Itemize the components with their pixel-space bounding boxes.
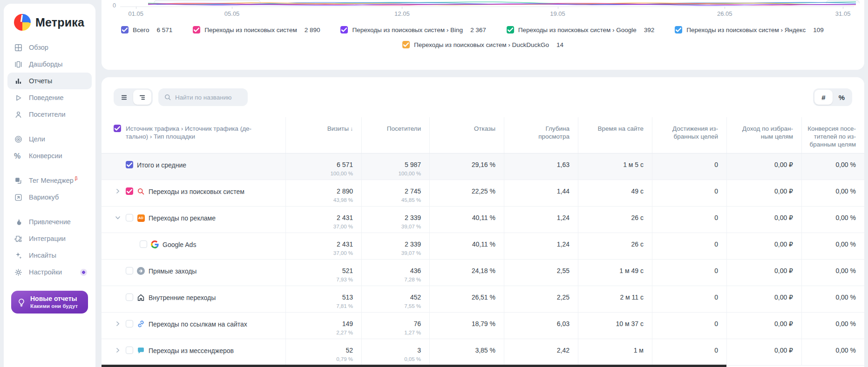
expand-chevron-icon[interactable] — [114, 347, 122, 354]
collapse-chevron-icon[interactable] — [114, 214, 122, 221]
legend-checkbox[interactable] — [340, 26, 348, 33]
legend-checkbox[interactable] — [675, 26, 682, 33]
promo-title: Новые отчеты — [30, 295, 78, 303]
expand-chevron-icon[interactable] — [114, 320, 122, 327]
numbers-percent-toggle: # % — [813, 88, 852, 106]
column-header[interactable]: Доход по избран-ным целям — [726, 117, 801, 153]
column-header[interactable]: Время на сайте — [578, 117, 652, 153]
x-axis-tick-label: 31.05 — [835, 10, 851, 17]
behavior-icon — [14, 93, 23, 102]
sidebar-item-conversions[interactable]: % Конверсии — [7, 147, 92, 164]
time-on-site-cell: 2 м 11 с — [578, 286, 652, 312]
table-row[interactable]: Переходы из мессенджеров 520,79 % 30,05 … — [102, 339, 864, 366]
numbers-mode-button[interactable]: # — [814, 90, 833, 105]
revenue-cell: 0,00 ₽ — [726, 153, 801, 180]
flat-list-view-button[interactable] — [115, 90, 133, 105]
row-checkbox[interactable] — [126, 320, 133, 327]
y-axis-zero-label: 0 — [113, 2, 116, 9]
direct-icon — [137, 267, 145, 275]
sidebar-item-insights[interactable]: Инсайты — [7, 247, 92, 264]
column-header[interactable]: Глубинапросмотра — [504, 117, 578, 153]
depth-cell: 1,63 — [504, 153, 578, 180]
tree-list-view-button[interactable] — [133, 90, 151, 105]
legend-checkbox[interactable] — [507, 26, 514, 33]
sidebar-item-variocube[interactable]: Вариокуб — [7, 189, 92, 206]
x-axis-tick — [843, 7, 843, 9]
legend-item[interactable]: Всего 6 571 — [121, 26, 172, 33]
sidebar-item-label: Цели — [29, 135, 45, 143]
sidebar-item-behavior[interactable]: Поведение — [7, 89, 92, 106]
sidebar-item-label: Конверсии — [29, 152, 62, 160]
sidebar-item-dashboards[interactable]: Дашборды — [7, 56, 92, 73]
legend-item[interactable]: Переходы из поисковых систем › DuckDuckG… — [402, 41, 563, 48]
sidebar-item-reports[interactable]: Отчеты — [7, 73, 92, 89]
sidebar-item-settings[interactable]: Настройки — [7, 264, 92, 280]
chart-legend-row-1: Всего 6 571 Переходы из поисковых систем… — [102, 26, 864, 33]
legend-item[interactable]: Переходы из поисковых систем › Google 39… — [507, 26, 655, 33]
row-checkbox[interactable] — [126, 267, 133, 274]
sidebar-item-label: Дашборды — [29, 60, 63, 68]
time-on-site-cell: 1 м 5 с — [578, 153, 652, 180]
legend-checkbox[interactable] — [193, 26, 200, 33]
sidebar-item-label: Привлечение — [29, 218, 71, 226]
column-header[interactable]: Достижения из-бранных целей — [652, 117, 726, 153]
legend-item[interactable]: Переходы из поисковых систем › Bing 2 36… — [340, 26, 486, 33]
search-input[interactable] — [175, 94, 242, 101]
table-row[interactable]: Переходы по ссылкам на сайтах 1492,27 % … — [102, 313, 864, 339]
sidebar-item-integrations[interactable]: Интеграции — [7, 230, 92, 247]
column-header[interactable]: Посетители — [361, 117, 429, 153]
metrika-logo[interactable]: Метрика — [7, 12, 92, 39]
table-row[interactable]: Прямые заходы 5217,93 % 4367,28 % 24,18 … — [102, 260, 864, 286]
legend-value: 109 — [813, 27, 824, 33]
x-axis-tick — [232, 7, 232, 9]
row-checkbox[interactable] — [126, 294, 133, 301]
beta-badge: β — [75, 176, 78, 181]
dimension-header: Источник трафика › Источник трафика (де-… — [126, 125, 251, 147]
legend-item[interactable]: Переходы из поисковых систем 2 890 — [193, 26, 320, 33]
legend-item[interactable]: Переходы из поисковых систем › Яндекс 10… — [675, 26, 823, 33]
sidebar-item-overview[interactable]: Обзор — [7, 39, 92, 56]
select-all-checkbox[interactable] — [114, 125, 121, 132]
x-axis-tick — [725, 7, 725, 9]
row-checkbox[interactable] — [140, 240, 147, 248]
sidebar-item-visitors[interactable]: Посетители — [7, 106, 92, 123]
bounce-cell: 40,11 % — [429, 233, 504, 259]
visitors-cell: 5 987100,00 % — [361, 153, 429, 180]
table-row[interactable]: Итого и средние 6 571100,00 % 5 987100,0… — [102, 153, 864, 180]
table-row[interactable]: AD Переходы по рекламе 2 43137,00 % 2 33… — [102, 207, 864, 233]
row-checkbox[interactable] — [126, 214, 133, 221]
sidebar-item-label: Настройки — [29, 268, 62, 276]
variocube-icon — [14, 193, 23, 202]
depth-cell: 2,42 — [504, 339, 578, 365]
table-row[interactable]: Внутренние переходы 5137,81 % 4527,55 % … — [102, 286, 864, 313]
visits-cell: 6 571100,00 % — [285, 153, 361, 180]
legend-checkbox[interactable] — [402, 41, 410, 48]
bounce-cell: 18,79 % — [429, 313, 504, 339]
expand-chevron-icon[interactable] — [114, 187, 122, 195]
sidebar: Метрика Обзор Дашборды Отчеты Поведение … — [4, 4, 95, 367]
conversion-cell: 0,00 % — [801, 180, 864, 206]
depth-cell: 2,25 — [504, 286, 578, 312]
column-header[interactable]: Отказы — [429, 117, 504, 153]
row-checkbox[interactable] — [126, 347, 133, 354]
ad-icon: AD — [137, 214, 145, 222]
column-header[interactable]: Конверсия посе-тителей по из-бранным цел… — [801, 117, 864, 153]
row-checkbox[interactable] — [126, 187, 133, 195]
x-axis-tick-label: 19.05 — [550, 10, 565, 17]
new-reports-button[interactable]: Новые отчеты Какими они будут — [11, 291, 88, 314]
table-row[interactable]: Google Ads 2 43137,00 % 2 33939,07 % 40,… — [102, 233, 864, 260]
sidebar-item-goals[interactable]: Цели — [7, 131, 92, 147]
row-checkbox[interactable] — [126, 161, 133, 168]
link-icon — [137, 320, 145, 328]
visits-cell: 2 43137,00 % — [285, 207, 361, 233]
sidebar-item-tag-manager[interactable]: Тег Менеджер β — [7, 172, 92, 189]
legend-checkbox[interactable] — [121, 26, 129, 33]
conversion-cell: 0,00 % — [801, 339, 864, 365]
sidebar-item-label: Отчеты — [29, 77, 52, 85]
sort-descending-icon: ↓ — [350, 126, 353, 132]
sidebar-item-attraction[interactable]: Привлечение — [7, 214, 92, 230]
percent-mode-button[interactable]: % — [833, 90, 851, 105]
column-header[interactable]: Визиты↓ — [285, 117, 361, 153]
row-label: Переходы по ссылкам на сайтах — [149, 320, 247, 328]
table-row[interactable]: Переходы из поисковых систем 2 89043,98 … — [102, 180, 864, 207]
